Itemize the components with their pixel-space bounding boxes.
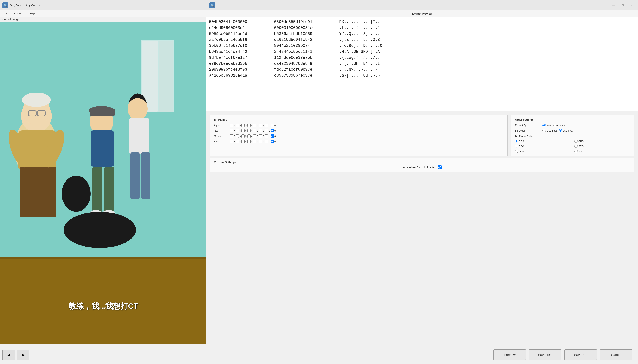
checkbox-alpha-bit1[interactable] <box>265 124 268 127</box>
rbg-option[interactable]: RBG <box>515 144 571 148</box>
checkbox-red-bit0[interactable] <box>271 129 274 132</box>
checkbox-blue-bit4[interactable] <box>247 140 251 143</box>
checkbox-green-bit4[interactable] <box>247 134 251 138</box>
checkbox-blue-bit7[interactable] <box>230 140 233 143</box>
cb-alpha-bit0[interactable]: 0 <box>271 124 276 127</box>
brg-option[interactable]: BRG <box>574 144 630 148</box>
checkbox-red-bit4[interactable] <box>247 129 251 132</box>
checkbox-blue-bit5[interactable] <box>241 140 245 143</box>
preview-line: 20830995fc4e3f93fdc82faccf00b97e ....N?.… <box>209 67 635 73</box>
cb-red-bit4[interactable]: 4 <box>247 129 252 132</box>
checkbox-alpha-bit2[interactable] <box>259 124 262 127</box>
checkbox-green-bit3[interactable] <box>253 134 256 138</box>
cb-green-bit5[interactable]: 5 <box>241 134 247 138</box>
cb-green-bit7[interactable]: 7 <box>230 134 235 138</box>
cb-alpha-bit6[interactable]: 6 <box>236 124 241 127</box>
cb-red-bit6[interactable]: 6 <box>236 129 241 132</box>
checkbox-label-red-bit3: 3 <box>257 130 258 132</box>
gbr-option[interactable]: GBR <box>515 150 571 153</box>
checkbox-red-bit2[interactable] <box>259 129 262 132</box>
cb-blue-bit1[interactable]: 1 <box>265 140 270 143</box>
save-bin-button[interactable]: Save Bin <box>564 349 597 360</box>
menu-help[interactable]: Help <box>28 12 36 15</box>
checkbox-red-bit3[interactable] <box>253 129 256 132</box>
minimize-button[interactable]: — <box>610 2 617 8</box>
cb-blue-bit4[interactable]: 4 <box>247 140 252 143</box>
extract-by-column-option[interactable]: Column <box>553 124 565 127</box>
cb-blue-bit3[interactable]: 3 <box>253 140 258 143</box>
next-button[interactable]: ▶ <box>17 350 30 360</box>
extract-by-row-option[interactable]: Row <box>542 124 551 127</box>
cb-alpha-bit7[interactable]: 7 <box>230 124 235 127</box>
save-text-button[interactable]: Save Text <box>529 349 561 360</box>
menu-file[interactable]: File <box>2 12 9 15</box>
preview-button[interactable]: Preview <box>493 349 526 360</box>
checkbox-green-bit2[interactable] <box>259 134 262 138</box>
cb-red-bit2[interactable]: 2 <box>259 129 264 132</box>
cb-green-bit6[interactable]: 6 <box>236 134 241 138</box>
dialog-icon: 🔍 <box>209 2 215 8</box>
checkbox-red-bit7[interactable] <box>230 129 233 132</box>
svg-rect-28 <box>141 152 150 199</box>
maximize-button[interactable]: □ <box>619 2 626 8</box>
checkbox-red-bit1[interactable] <box>265 129 268 132</box>
cb-blue-bit0[interactable]: 0 <box>271 140 276 143</box>
channel-label-green: Green <box>214 135 228 138</box>
checkbox-alpha-bit4[interactable] <box>247 124 251 127</box>
rgb-option[interactable]: RGB <box>515 140 571 143</box>
cb-green-bit4[interactable]: 4 <box>247 134 252 138</box>
close-button[interactable]: ✕ <box>628 2 635 8</box>
prev-button[interactable]: ◀ <box>2 350 15 360</box>
svg-rect-9 <box>20 167 56 217</box>
cb-red-bit5[interactable]: 5 <box>241 129 247 132</box>
cancel-button[interactable]: Cancel <box>600 349 632 360</box>
checkbox-blue-bit3[interactable] <box>253 140 256 143</box>
checkbox-alpha-bit6[interactable] <box>236 124 239 127</box>
msb-first-option[interactable]: MSB First <box>542 129 557 132</box>
checkbox-blue-bit2[interactable] <box>259 140 262 143</box>
cb-blue-bit5[interactable]: 5 <box>241 140 247 143</box>
checkbox-alpha-bit3[interactable] <box>253 124 256 127</box>
checkbox-green-bit5[interactable] <box>241 134 245 138</box>
checkbox-red-bit5[interactable] <box>241 129 245 132</box>
cb-red-bit7[interactable]: 7 <box>230 129 235 132</box>
cb-alpha-bit3[interactable]: 3 <box>253 124 258 127</box>
bit-plane-order-section: Bit Plane Order RGB GRB RBG <box>515 135 630 153</box>
grb-option[interactable]: GRB <box>574 140 630 143</box>
cb-alpha-bit4[interactable]: 4 <box>247 124 252 127</box>
cb-green-bit3[interactable]: 3 <box>253 134 258 138</box>
checkbox-blue-bit6[interactable] <box>236 140 239 143</box>
bgr-option[interactable]: BGR <box>574 150 630 153</box>
cb-green-bit2[interactable]: 2 <box>259 134 264 138</box>
cb-blue-bit7[interactable]: 7 <box>230 140 235 143</box>
cb-alpha-bit1[interactable]: 1 <box>265 124 270 127</box>
cb-alpha-bit5[interactable]: 5 <box>241 124 247 127</box>
cb-red-bit1[interactable]: 1 <box>265 129 270 132</box>
cb-blue-bit2[interactable]: 2 <box>259 140 264 143</box>
checkbox-blue-bit1[interactable] <box>265 140 268 143</box>
lsb-first-option[interactable]: LSB First <box>559 129 572 132</box>
checkbox-green-bit6[interactable] <box>236 134 239 138</box>
checkbox-alpha-bit7[interactable] <box>230 124 233 127</box>
cb-alpha-bit2[interactable]: 2 <box>259 124 264 127</box>
extract-preview-header: Extract Preview <box>206 10 638 17</box>
preview-line: e24cd90800003d21000001000000031ed.L....=… <box>209 25 635 31</box>
cb-green-bit1[interactable]: 1 <box>265 134 270 138</box>
checkbox-label-blue-bit1: 1 <box>269 140 270 143</box>
checkbox-green-bit0[interactable] <box>271 134 274 138</box>
cb-red-bit3[interactable]: 3 <box>253 129 258 132</box>
lsb-first-label: LSB First <box>563 130 572 132</box>
checkbox-alpha-bit0[interactable] <box>271 124 274 127</box>
checkbox-label-blue-bit0: 0 <box>275 140 276 143</box>
include-hex-checkbox[interactable] <box>438 165 442 169</box>
menu-analyse[interactable]: Analyse <box>13 12 24 15</box>
cb-red-bit0[interactable]: 0 <box>271 129 276 132</box>
checkbox-alpha-bit5[interactable] <box>241 124 245 127</box>
checkbox-red-bit6[interactable] <box>236 129 239 132</box>
checkbox-green-bit7[interactable] <box>230 134 233 138</box>
cb-green-bit0[interactable]: 0 <box>271 134 276 138</box>
cb-blue-bit6[interactable]: 6 <box>236 140 241 143</box>
checkbox-blue-bit0[interactable] <box>271 140 274 143</box>
extract-preview-content[interactable]: 504b0304140000000800dd855d49fd91PK......… <box>206 17 638 111</box>
checkbox-green-bit1[interactable] <box>265 134 268 138</box>
